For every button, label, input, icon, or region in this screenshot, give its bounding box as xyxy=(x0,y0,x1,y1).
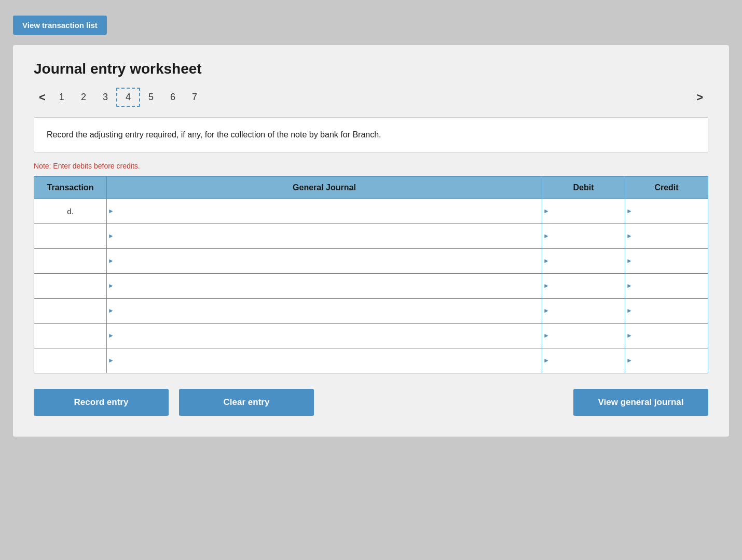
col-header-general-journal: General Journal xyxy=(107,176,542,199)
arrow-icon-debit-4: ► xyxy=(543,282,549,289)
cell-debit-2[interactable]: ► xyxy=(542,223,625,248)
pagination-row: < 1 2 3 4 5 6 7 > xyxy=(34,88,708,107)
table-row: ► ► ► xyxy=(34,298,708,323)
arrow-icon-credit-6: ► xyxy=(626,332,633,339)
arrow-icon-debit-3: ► xyxy=(543,257,549,264)
buttons-row: Record entry Clear entry View general jo… xyxy=(34,389,708,416)
cell-general-7[interactable]: ► xyxy=(107,348,542,373)
page-5[interactable]: 5 xyxy=(140,89,162,106)
arrow-icon-debit-5: ► xyxy=(543,307,549,314)
cell-credit-3[interactable]: ► xyxy=(625,248,708,273)
main-card: Journal entry worksheet < 1 2 3 4 5 6 7 … xyxy=(13,45,729,437)
cell-transaction-2 xyxy=(34,223,107,248)
cell-transaction-5 xyxy=(34,298,107,323)
arrow-icon-credit-5: ► xyxy=(626,307,633,314)
table-row: ► ► ► xyxy=(34,223,708,248)
cell-debit-5[interactable]: ► xyxy=(542,298,625,323)
cell-debit-1[interactable]: ► xyxy=(542,199,625,223)
view-general-journal-button[interactable]: View general journal xyxy=(573,389,708,416)
page-2[interactable]: 2 xyxy=(73,89,94,106)
cell-debit-7[interactable]: ► xyxy=(542,348,625,373)
arrow-icon-1: ► xyxy=(108,207,114,215)
cell-general-6[interactable]: ► xyxy=(107,323,542,348)
arrow-icon-credit-3: ► xyxy=(626,257,633,264)
cell-general-3[interactable]: ► xyxy=(107,248,542,273)
view-transaction-button[interactable]: View transaction list xyxy=(13,16,107,35)
cell-transaction-4 xyxy=(34,273,107,298)
page-3[interactable]: 3 xyxy=(94,89,116,106)
cell-debit-4[interactable]: ► xyxy=(542,273,625,298)
col-header-credit: Credit xyxy=(625,176,708,199)
arrow-icon-credit-7: ► xyxy=(626,357,633,364)
pagination-next-arrow[interactable]: > xyxy=(691,89,708,106)
arrow-icon-7: ► xyxy=(108,357,114,364)
arrow-icon-credit-1: ► xyxy=(626,207,633,215)
table-row: ► ► ► xyxy=(34,273,708,298)
cell-credit-1[interactable]: ► xyxy=(625,199,708,223)
page-1[interactable]: 1 xyxy=(51,89,73,106)
cell-debit-3[interactable]: ► xyxy=(542,248,625,273)
table-row: d. ► ► ► xyxy=(34,199,708,223)
clear-entry-button[interactable]: Clear entry xyxy=(179,389,314,416)
table-row: ► ► ► xyxy=(34,323,708,348)
cell-transaction-1: d. xyxy=(34,199,107,223)
arrow-icon-6: ► xyxy=(108,332,114,339)
page-4[interactable]: 4 xyxy=(116,88,140,107)
arrow-icon-2: ► xyxy=(108,232,114,240)
table-header-row: Transaction General Journal Debit Credit xyxy=(34,176,708,199)
cell-credit-6[interactable]: ► xyxy=(625,323,708,348)
worksheet-title: Journal entry worksheet xyxy=(34,61,708,77)
arrow-icon-4: ► xyxy=(108,282,114,289)
table-row: ► ► ► xyxy=(34,348,708,373)
arrow-icon-3: ► xyxy=(108,257,114,264)
arrow-icon-debit-2: ► xyxy=(543,232,549,240)
cell-general-1[interactable]: ► xyxy=(107,199,542,223)
cell-transaction-6 xyxy=(34,323,107,348)
cell-credit-2[interactable]: ► xyxy=(625,223,708,248)
col-header-debit: Debit xyxy=(542,176,625,199)
cell-credit-5[interactable]: ► xyxy=(625,298,708,323)
arrow-icon-debit-1: ► xyxy=(543,207,549,215)
record-entry-button[interactable]: Record entry xyxy=(34,389,169,416)
arrow-icon-5: ► xyxy=(108,307,114,314)
arrow-icon-credit-2: ► xyxy=(626,232,633,240)
cell-credit-7[interactable]: ► xyxy=(625,348,708,373)
cell-general-4[interactable]: ► xyxy=(107,273,542,298)
col-header-transaction: Transaction xyxy=(34,176,107,199)
cell-debit-6[interactable]: ► xyxy=(542,323,625,348)
pagination-prev-arrow[interactable]: < xyxy=(34,89,51,106)
arrow-icon-credit-4: ► xyxy=(626,282,633,289)
arrow-icon-debit-6: ► xyxy=(543,332,549,339)
cell-transaction-3 xyxy=(34,248,107,273)
note-text: Note: Enter debits before credits. xyxy=(34,162,708,170)
arrow-icon-debit-7: ► xyxy=(543,357,549,364)
cell-transaction-7 xyxy=(34,348,107,373)
cell-credit-4[interactable]: ► xyxy=(625,273,708,298)
page-6[interactable]: 6 xyxy=(162,89,184,106)
top-bar: View transaction list xyxy=(13,16,729,35)
cell-general-2[interactable]: ► xyxy=(107,223,542,248)
journal-table: Transaction General Journal Debit Credit… xyxy=(34,176,708,373)
cell-general-5[interactable]: ► xyxy=(107,298,542,323)
table-row: ► ► ► xyxy=(34,248,708,273)
page-7[interactable]: 7 xyxy=(184,89,205,106)
description-box: Record the adjusting entry required, if … xyxy=(34,117,708,152)
